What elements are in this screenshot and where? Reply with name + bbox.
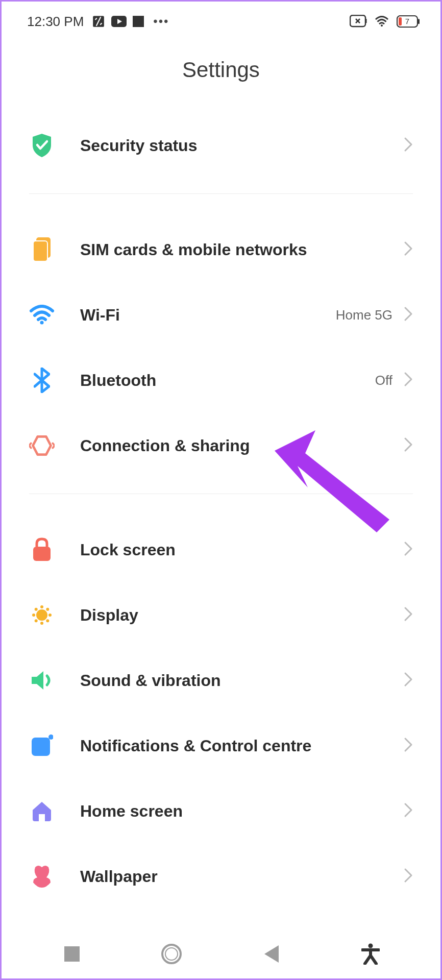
wifi-status-icon bbox=[374, 15, 389, 28]
settings-item-connection-sharing[interactable]: Connection & sharing bbox=[2, 413, 440, 478]
svg-point-21 bbox=[40, 605, 43, 608]
svg-point-17 bbox=[40, 622, 43, 625]
status-bar: 12:30 PM ••• 7 bbox=[2, 2, 440, 37]
nav-back-button[interactable] bbox=[240, 939, 302, 969]
settings-item-label: Bluetooth bbox=[80, 371, 375, 390]
svg-marker-30 bbox=[264, 945, 279, 963]
lock-icon bbox=[29, 537, 55, 562]
chevron-right-icon bbox=[404, 437, 413, 454]
svg-point-25 bbox=[49, 735, 53, 739]
settings-item-value: Off bbox=[375, 373, 392, 388]
settings-item-wallpaper[interactable]: Wallpaper bbox=[2, 844, 440, 909]
chevron-right-icon bbox=[404, 306, 413, 324]
svg-rect-13 bbox=[33, 547, 51, 561]
no-sim-icon bbox=[350, 15, 367, 28]
app-icon-1 bbox=[92, 15, 105, 28]
nav-accessibility-button[interactable] bbox=[340, 939, 401, 969]
svg-point-18 bbox=[35, 619, 38, 622]
chevron-right-icon bbox=[404, 137, 413, 154]
tulip-icon bbox=[29, 864, 55, 889]
settings-item-lock-screen[interactable]: Lock screen bbox=[2, 517, 440, 582]
settings-item-label: Home screen bbox=[80, 802, 404, 821]
square-dot-icon bbox=[29, 734, 55, 757]
svg-rect-11 bbox=[33, 241, 47, 261]
svg-rect-27 bbox=[64, 946, 80, 962]
chevron-right-icon bbox=[404, 541, 413, 558]
settings-item-label: Security status bbox=[80, 136, 404, 155]
status-bar-left: 12:30 PM ••• bbox=[27, 14, 169, 30]
battery-icon: 7 bbox=[397, 15, 420, 28]
svg-rect-5 bbox=[365, 19, 367, 23]
settings-item-wifi[interactable]: Wi-FiHome 5G bbox=[2, 282, 440, 348]
square-icon bbox=[133, 16, 144, 27]
divider bbox=[29, 193, 413, 194]
chevron-right-icon bbox=[404, 241, 413, 258]
svg-point-14 bbox=[36, 609, 47, 621]
shield-check-icon bbox=[29, 133, 55, 158]
svg-point-19 bbox=[32, 614, 35, 617]
svg-rect-23 bbox=[32, 738, 50, 756]
navigation-bar bbox=[2, 929, 440, 978]
svg-point-12 bbox=[40, 321, 44, 325]
status-time: 12:30 PM bbox=[27, 14, 84, 30]
svg-point-29 bbox=[165, 948, 178, 960]
settings-item-label: Display bbox=[80, 606, 404, 625]
settings-item-value: Home 5G bbox=[336, 307, 392, 323]
settings-item-label: Wallpaper bbox=[80, 867, 404, 886]
chevron-right-icon bbox=[404, 372, 413, 389]
share-hex-icon bbox=[29, 434, 55, 457]
settings-item-label: Wi-Fi bbox=[80, 306, 336, 325]
status-bar-right: 7 bbox=[350, 15, 420, 28]
settings-list: Security statusSIM cards & mobile networ… bbox=[2, 113, 440, 909]
svg-point-20 bbox=[35, 608, 38, 611]
house-icon bbox=[29, 800, 55, 822]
settings-item-sound-vibration[interactable]: Sound & vibration bbox=[2, 648, 440, 713]
svg-point-22 bbox=[46, 608, 49, 611]
divider bbox=[29, 494, 413, 494]
chevron-right-icon bbox=[404, 868, 413, 885]
page-title: Settings bbox=[2, 37, 440, 113]
sim-icon bbox=[29, 237, 55, 262]
svg-rect-8 bbox=[418, 19, 420, 24]
chevron-right-icon bbox=[404, 737, 413, 754]
youtube-icon bbox=[111, 16, 127, 27]
sun-icon bbox=[29, 603, 55, 627]
nav-recent-button[interactable] bbox=[41, 939, 103, 969]
svg-rect-3 bbox=[133, 16, 144, 27]
nav-home-button[interactable] bbox=[141, 939, 202, 969]
settings-item-label: Sound & vibration bbox=[80, 671, 404, 690]
bluetooth-icon bbox=[29, 368, 55, 393]
settings-item-label: Notifications & Control centre bbox=[80, 737, 404, 755]
svg-point-31 bbox=[368, 944, 373, 948]
battery-level: 7 bbox=[397, 15, 418, 28]
settings-item-label: SIM cards & mobile networks bbox=[80, 240, 404, 259]
settings-item-security-status[interactable]: Security status bbox=[2, 113, 440, 178]
svg-point-15 bbox=[48, 614, 52, 617]
svg-point-6 bbox=[381, 24, 383, 27]
settings-item-label: Connection & sharing bbox=[80, 436, 404, 455]
settings-item-sim-cards[interactable]: SIM cards & mobile networks bbox=[2, 217, 440, 282]
svg-point-16 bbox=[46, 619, 49, 622]
settings-item-notifications[interactable]: Notifications & Control centre bbox=[2, 713, 440, 778]
speaker-icon bbox=[29, 670, 55, 691]
settings-item-home-screen[interactable]: Home screen bbox=[2, 778, 440, 844]
chevron-right-icon bbox=[404, 672, 413, 689]
settings-item-label: Lock screen bbox=[80, 541, 404, 559]
settings-item-bluetooth[interactable]: BluetoothOff bbox=[2, 348, 440, 413]
settings-item-display[interactable]: Display bbox=[2, 582, 440, 648]
chevron-right-icon bbox=[404, 606, 413, 624]
wifi-icon bbox=[29, 305, 55, 325]
chevron-right-icon bbox=[404, 802, 413, 820]
